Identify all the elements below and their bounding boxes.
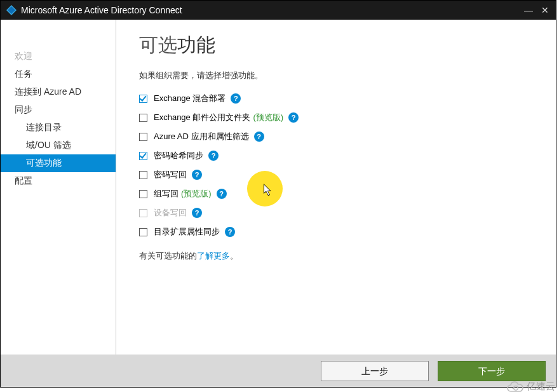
option-label: 密码哈希同步	[154, 150, 203, 161]
sidebar-item-connect-azure-ad[interactable]: 连接到 Azure AD	[1, 83, 116, 101]
preview-badge: (预览版)	[253, 112, 283, 123]
option-checkbox-4[interactable]	[139, 171, 147, 179]
help-icon[interactable]: ?	[231, 93, 241, 104]
option-row-4: 密码写回?	[139, 169, 537, 180]
azure-logo-icon	[6, 4, 17, 16]
footer-bar: 上一步 下一步	[1, 355, 556, 387]
prev-button[interactable]: 上一步	[321, 361, 429, 381]
option-checkbox-7[interactable]	[139, 228, 147, 236]
minimize-button[interactable]: —	[520, 5, 537, 15]
sidebar: 欢迎 任务 连接到 Azure AD 同步 连接目录 域/OU 筛选 可选功能 …	[1, 20, 116, 355]
option-checkbox-0[interactable]	[139, 95, 147, 103]
option-checkbox-5[interactable]	[139, 190, 147, 198]
help-icon[interactable]: ?	[225, 227, 235, 237]
help-icon[interactable]: ?	[288, 112, 299, 123]
help-icon[interactable]: ?	[208, 151, 219, 161]
help-icon[interactable]: ?	[254, 132, 264, 142]
sidebar-item-domain-ou-filter[interactable]: 域/OU 筛选	[1, 137, 116, 154]
next-button[interactable]: 下一步	[438, 361, 546, 381]
app-window: Microsoft Azure Active Directory Connect…	[0, 0, 556, 388]
preview-badge: (预览版)	[181, 188, 212, 199]
watermark: 亿速云	[506, 381, 555, 392]
option-label: 组写回	[154, 188, 178, 199]
option-row-6: 设备写回?	[139, 207, 537, 219]
option-row-3: 密码哈希同步?	[139, 150, 537, 161]
help-icon[interactable]: ?	[192, 208, 202, 218]
titlebar: Microsoft Azure Active Directory Connect…	[1, 1, 556, 20]
page-title: 可选功能	[139, 32, 537, 58]
option-label: Exchange 混合部署	[154, 93, 226, 104]
option-row-2: Azure AD 应用和属性筛选?	[139, 131, 537, 142]
sidebar-item-optional-features[interactable]: 可选功能	[1, 154, 116, 172]
option-row-1: Exchange 邮件公用文件夹(预览版)?	[139, 112, 537, 123]
options-list: Exchange 混合部署?Exchange 邮件公用文件夹(预览版)?Azur…	[139, 93, 537, 238]
sidebar-item-configure[interactable]: 配置	[1, 172, 116, 190]
option-label: Exchange 邮件公用文件夹	[154, 112, 250, 123]
option-label: Azure AD 应用和属性筛选	[154, 131, 249, 142]
help-icon[interactable]: ?	[192, 170, 202, 180]
option-label: 设备写回	[154, 207, 187, 219]
main-panel: 可选功能 如果组织需要，请选择增强功能。 Exchange 混合部署?Excha…	[116, 20, 556, 355]
cloud-icon	[506, 381, 524, 393]
option-row-5: 组写回(预览版)?	[139, 188, 537, 199]
body-area: 欢迎 任务 连接到 Azure AD 同步 连接目录 域/OU 筛选 可选功能 …	[1, 20, 556, 355]
sidebar-item-sync[interactable]: 同步	[1, 101, 116, 119]
option-checkbox-1[interactable]	[139, 114, 147, 122]
sidebar-item-connect-directory[interactable]: 连接目录	[1, 119, 116, 137]
option-checkbox-2[interactable]	[139, 133, 147, 141]
learn-more-text: 有关可选功能的了解更多。	[139, 250, 537, 262]
option-checkbox-3[interactable]	[139, 152, 147, 160]
option-row-7: 目录扩展属性同步?	[139, 226, 537, 238]
svg-marker-1	[8, 6, 15, 14]
help-icon[interactable]: ?	[217, 189, 227, 199]
page-intro: 如果组织需要，请选择增强功能。	[139, 70, 537, 81]
sidebar-item-tasks[interactable]: 任务	[1, 65, 116, 83]
option-label: 密码写回	[154, 169, 187, 180]
close-button[interactable]: ✕	[537, 5, 553, 15]
option-checkbox-6	[139, 209, 147, 217]
option-row-0: Exchange 混合部署?	[139, 93, 537, 104]
window-title: Microsoft Azure Active Directory Connect	[21, 5, 520, 15]
option-label: 目录扩展属性同步	[154, 226, 220, 238]
sidebar-item-welcome[interactable]: 欢迎	[1, 48, 116, 65]
learn-more-link[interactable]: 了解更多	[197, 251, 230, 260]
